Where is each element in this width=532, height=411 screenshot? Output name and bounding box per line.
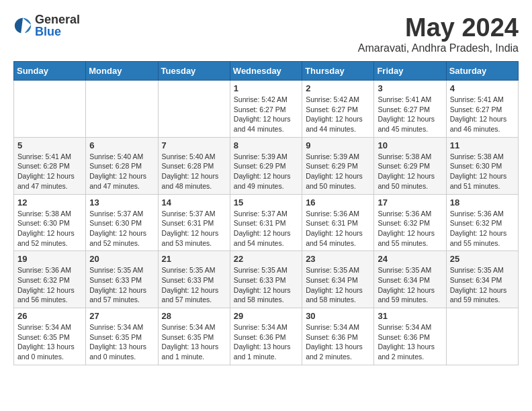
day-number: 20 [89,254,154,264]
day-number: 8 [234,140,298,150]
day-number: 10 [378,140,442,150]
day-info: Sunrise: 5:41 AM Sunset: 6:28 PM Dayligh… [17,152,82,191]
cell-week4-day2: 21Sunrise: 5:35 AM Sunset: 6:33 PM Dayli… [158,251,230,308]
day-number: 6 [89,140,154,150]
week-row-2: 5Sunrise: 5:41 AM Sunset: 6:28 PM Daylig… [14,137,519,194]
day-info: Sunrise: 5:36 AM Sunset: 6:32 PM Dayligh… [378,209,442,248]
cell-week1-day2 [158,81,230,138]
col-tuesday: Tuesday [158,62,230,81]
day-info: Sunrise: 5:34 AM Sunset: 6:36 PM Dayligh… [234,322,298,362]
col-thursday: Thursday [302,62,374,81]
day-info: Sunrise: 5:36 AM Sunset: 6:32 PM Dayligh… [17,265,82,305]
cell-week2-day4: 9Sunrise: 5:39 AM Sunset: 6:29 PM Daylig… [302,137,374,194]
day-info: Sunrise: 5:34 AM Sunset: 6:35 PM Dayligh… [17,322,82,362]
day-info: Sunrise: 5:35 AM Sunset: 6:34 PM Dayligh… [450,265,515,305]
logo-blue-text: Blue [35,26,80,38]
cell-week3-day0: 12Sunrise: 5:38 AM Sunset: 6:30 PM Dayli… [14,194,86,251]
cell-week3-day2: 14Sunrise: 5:37 AM Sunset: 6:31 PM Dayli… [158,194,230,251]
cell-week2-day2: 7Sunrise: 5:40 AM Sunset: 6:28 PM Daylig… [158,137,230,194]
cell-week2-day1: 6Sunrise: 5:40 AM Sunset: 6:28 PM Daylig… [86,137,158,194]
day-info: Sunrise: 5:40 AM Sunset: 6:28 PM Dayligh… [89,152,154,191]
day-info: Sunrise: 5:39 AM Sunset: 6:29 PM Dayligh… [306,152,370,191]
cell-week1-day6: 4Sunrise: 5:41 AM Sunset: 6:27 PM Daylig… [446,81,518,138]
title-block: May 2024 Amaravati, Andhra Pradesh, Indi… [358,13,519,54]
day-number: 22 [234,254,298,264]
day-number: 18 [450,197,515,208]
cell-week1-day4: 2Sunrise: 5:42 AM Sunset: 6:27 PM Daylig… [302,81,374,138]
day-number: 5 [17,140,82,150]
day-number: 9 [306,140,370,150]
day-number: 27 [89,311,154,321]
day-info: Sunrise: 5:35 AM Sunset: 6:34 PM Dayligh… [378,265,442,305]
calendar-table: Sunday Monday Tuesday Wednesday Thursday… [13,61,519,365]
cell-week1-day5: 3Sunrise: 5:41 AM Sunset: 6:27 PM Daylig… [374,81,446,138]
cell-week2-day0: 5Sunrise: 5:41 AM Sunset: 6:28 PM Daylig… [14,137,86,194]
day-info: Sunrise: 5:37 AM Sunset: 6:31 PM Dayligh… [234,209,298,248]
cell-week3-day6: 18Sunrise: 5:36 AM Sunset: 6:32 PM Dayli… [446,194,518,251]
day-number: 25 [450,254,515,264]
day-number: 13 [89,197,154,208]
logo: General Blue [13,13,80,38]
day-info: Sunrise: 5:36 AM Sunset: 6:31 PM Dayligh… [306,209,370,248]
cell-week4-day5: 24Sunrise: 5:35 AM Sunset: 6:34 PM Dayli… [374,251,446,308]
cell-week1-day3: 1Sunrise: 5:42 AM Sunset: 6:27 PM Daylig… [230,81,302,138]
day-number: 26 [17,311,82,321]
calendar-body: 1Sunrise: 5:42 AM Sunset: 6:27 PM Daylig… [14,81,519,365]
day-info: Sunrise: 5:39 AM Sunset: 6:29 PM Dayligh… [234,152,298,191]
calendar-header: Sunday Monday Tuesday Wednesday Thursday… [14,62,519,81]
cell-week2-day6: 11Sunrise: 5:38 AM Sunset: 6:30 PM Dayli… [446,137,518,194]
day-info: Sunrise: 5:38 AM Sunset: 6:29 PM Dayligh… [378,152,442,191]
cell-week3-day5: 17Sunrise: 5:36 AM Sunset: 6:32 PM Dayli… [374,194,446,251]
col-wednesday: Wednesday [230,62,302,81]
cell-week1-day1 [86,81,158,138]
day-number: 19 [17,254,82,264]
day-number: 2 [306,83,370,93]
page: General Blue May 2024 Amaravati, Andhra … [0,0,532,379]
day-number: 4 [450,83,515,93]
cell-week5-day1: 27Sunrise: 5:34 AM Sunset: 6:35 PM Dayli… [86,308,158,365]
week-row-4: 19Sunrise: 5:36 AM Sunset: 6:32 PM Dayli… [14,251,519,308]
day-info: Sunrise: 5:42 AM Sunset: 6:27 PM Dayligh… [234,95,298,134]
day-info: Sunrise: 5:36 AM Sunset: 6:32 PM Dayligh… [450,209,515,248]
day-number: 15 [234,197,298,208]
cell-week5-day3: 29Sunrise: 5:34 AM Sunset: 6:36 PM Dayli… [230,308,302,365]
subtitle: Amaravati, Andhra Pradesh, India [358,42,519,54]
day-info: Sunrise: 5:38 AM Sunset: 6:30 PM Dayligh… [17,209,82,248]
cell-week5-day4: 30Sunrise: 5:34 AM Sunset: 6:36 PM Dayli… [302,308,374,365]
day-info: Sunrise: 5:41 AM Sunset: 6:27 PM Dayligh… [378,95,442,134]
day-info: Sunrise: 5:35 AM Sunset: 6:34 PM Dayligh… [306,265,370,305]
day-number: 3 [378,83,442,93]
col-saturday: Saturday [446,62,518,81]
day-info: Sunrise: 5:37 AM Sunset: 6:30 PM Dayligh… [89,209,154,248]
logo-text: General Blue [35,13,80,38]
header: General Blue May 2024 Amaravati, Andhra … [13,13,519,54]
week-row-5: 26Sunrise: 5:34 AM Sunset: 6:35 PM Dayli… [14,308,519,365]
day-info: Sunrise: 5:42 AM Sunset: 6:27 PM Dayligh… [306,95,370,134]
day-number: 21 [162,254,226,264]
day-info: Sunrise: 5:34 AM Sunset: 6:36 PM Dayligh… [378,322,442,362]
day-number: 28 [162,311,226,321]
cell-week4-day4: 23Sunrise: 5:35 AM Sunset: 6:34 PM Dayli… [302,251,374,308]
day-info: Sunrise: 5:40 AM Sunset: 6:28 PM Dayligh… [162,152,226,191]
cell-week3-day1: 13Sunrise: 5:37 AM Sunset: 6:30 PM Dayli… [86,194,158,251]
day-info: Sunrise: 5:34 AM Sunset: 6:35 PM Dayligh… [162,322,226,362]
cell-week5-day2: 28Sunrise: 5:34 AM Sunset: 6:35 PM Dayli… [158,308,230,365]
day-number: 12 [17,197,82,208]
day-info: Sunrise: 5:35 AM Sunset: 6:33 PM Dayligh… [162,265,226,305]
col-sunday: Sunday [14,62,86,81]
day-number: 16 [306,197,370,208]
cell-week3-day3: 15Sunrise: 5:37 AM Sunset: 6:31 PM Dayli… [230,194,302,251]
week-row-1: 1Sunrise: 5:42 AM Sunset: 6:27 PM Daylig… [14,81,519,138]
cell-week5-day0: 26Sunrise: 5:34 AM Sunset: 6:35 PM Dayli… [14,308,86,365]
main-title: May 2024 [358,13,519,42]
col-friday: Friday [374,62,446,81]
cell-week1-day0 [14,81,86,138]
day-info: Sunrise: 5:41 AM Sunset: 6:27 PM Dayligh… [450,95,515,134]
cell-week2-day5: 10Sunrise: 5:38 AM Sunset: 6:29 PM Dayli… [374,137,446,194]
col-monday: Monday [86,62,158,81]
cell-week4-day1: 20Sunrise: 5:35 AM Sunset: 6:33 PM Dayli… [86,251,158,308]
day-number: 17 [378,197,442,208]
day-info: Sunrise: 5:35 AM Sunset: 6:33 PM Dayligh… [89,265,154,305]
day-number: 30 [306,311,370,321]
day-info: Sunrise: 5:35 AM Sunset: 6:33 PM Dayligh… [234,265,298,305]
